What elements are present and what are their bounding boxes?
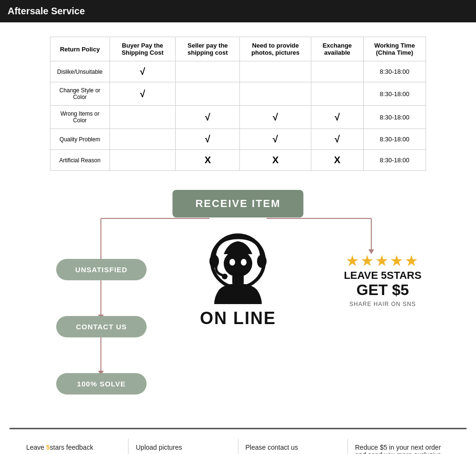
col-header-time: Working Time (China Time)	[363, 37, 426, 61]
bottom-bar: Leave 5stars feedback Upload pictures Pl…	[10, 428, 466, 454]
svg-point-11	[224, 250, 252, 277]
table-row: Dislike/Unsuitable√8:30-18:00	[50, 61, 426, 82]
stars-icons: ★★★★★	[344, 252, 421, 270]
svg-point-16	[229, 259, 235, 266]
bottom-item-2: Upload pictures	[129, 439, 238, 454]
svg-rect-12	[232, 276, 244, 284]
page-header: Aftersale Service	[0, 0, 476, 22]
policy-table-section: Return Policy Buyer Pay the Shipping Cos…	[50, 37, 426, 171]
col-header-photos: Need to provide photos, pictures	[240, 37, 311, 61]
flow-diagram: RECEIVE ITEM UNSATISFIED CONTACT US 100%…	[43, 190, 433, 409]
bottom-item-3: Please contact us	[238, 439, 348, 454]
return-policy-table: Return Policy Buyer Pay the Shipping Cos…	[50, 37, 426, 171]
online-text: ON LINE	[200, 308, 276, 328]
stars-reward: ★★★★★ LEAVE 5STARS GET $5 SHARE HAIR ON …	[344, 252, 421, 307]
table-row: Change Style or Color√8:30-18:00	[50, 82, 426, 106]
col-header-buyer-ship: Buyer Pay the Shipping Cost	[109, 37, 176, 61]
leave5stars-text: LEAVE 5STARS	[344, 270, 421, 281]
unsatisfied-button: UNSATISFIED	[56, 259, 147, 280]
receive-item-button: RECEIVE ITEM	[172, 190, 303, 217]
table-row: Quality Problem√√√8:30-18:00	[50, 129, 426, 150]
svg-point-14	[257, 255, 267, 268]
svg-point-15	[222, 274, 228, 279]
bottom-item-4: Reduce $5 in your next order and send yo…	[348, 439, 457, 454]
table-row: Wrong Items or Color√√√8:30-18:00	[50, 106, 426, 129]
bottom-item-1: Leave 5stars feedback	[19, 439, 129, 454]
online-agent: ON LINE	[200, 228, 276, 328]
solve-button: 100% SOLVE	[56, 373, 147, 395]
col-header-exchange: Exchange available	[311, 37, 363, 61]
table-row: Artificial ReasonXXX8:30-18:00	[50, 150, 426, 171]
svg-point-17	[241, 259, 247, 266]
share-hair-text: SHARE HAIR ON SNS	[344, 301, 421, 307]
col-header-policy: Return Policy	[50, 37, 110, 61]
contact-us-button: CONTACT US	[56, 316, 147, 337]
agent-icon	[200, 228, 276, 304]
get5-text: GET $5	[344, 281, 421, 299]
page-title: Aftersale Service	[8, 6, 85, 16]
col-header-seller-ship: Seller pay the shipping cost	[176, 37, 240, 61]
